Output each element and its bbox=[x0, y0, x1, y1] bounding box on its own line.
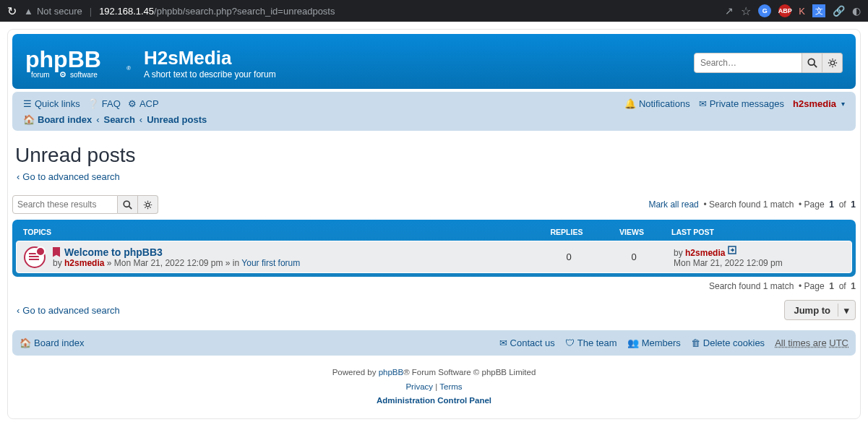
help-icon: ❔ bbox=[87, 98, 99, 109]
extension-abp-icon[interactable]: ABP bbox=[778, 4, 791, 17]
private-messages-link[interactable]: ✉Private messages bbox=[695, 96, 788, 111]
caret-down-icon: ▾ bbox=[841, 100, 845, 108]
terms-link[interactable]: Terms bbox=[439, 382, 462, 391]
topic-row[interactable]: Welcome to phpBB3 by h2smedia » Mon Mar … bbox=[16, 241, 852, 273]
topic-list: TOPICS REPLIES VIEWS LAST POST Welcome t… bbox=[12, 220, 856, 277]
url-path: /phpbb/search.php?search_id=unreadposts bbox=[154, 6, 335, 17]
page-current-bottom: 1 bbox=[829, 281, 834, 291]
phpbb-link[interactable]: phpBB bbox=[379, 368, 404, 377]
jump-to-button[interactable]: Jump to ▾ bbox=[784, 300, 856, 320]
extension-link-icon[interactable]: 🔗 bbox=[833, 5, 845, 17]
search-icon bbox=[123, 200, 132, 210]
members-link[interactable]: 👥Members bbox=[627, 337, 681, 348]
topic-replies: 0 bbox=[536, 251, 601, 262]
reload-icon[interactable]: ↻ bbox=[7, 4, 17, 18]
topic-list-header: TOPICS REPLIES VIEWS LAST POST bbox=[16, 223, 852, 241]
navbar: ☰Quick links ❔FAQ ⚙ACP 🔔Notifications ✉P… bbox=[12, 92, 856, 131]
pm-label: Private messages bbox=[710, 98, 784, 109]
col-header-topics: TOPICS bbox=[23, 228, 534, 236]
topic-unread-icon[interactable] bbox=[24, 246, 46, 268]
notifications-label: Notifications bbox=[639, 98, 690, 109]
topic-title-link[interactable]: Welcome to phpBB3 bbox=[64, 246, 163, 258]
page-of: of bbox=[839, 199, 846, 210]
user-menu[interactable]: h2smedia▾ bbox=[789, 96, 848, 111]
topic-forum-link[interactable]: Your first forum bbox=[241, 258, 300, 268]
svg-text:®: ® bbox=[126, 65, 131, 72]
advanced-search-button[interactable] bbox=[822, 53, 843, 73]
breadcrumb-sep: ‹ bbox=[96, 114, 99, 125]
last-author-link[interactable]: h2smedia bbox=[685, 248, 725, 258]
faq-link[interactable]: ❔FAQ bbox=[84, 96, 124, 111]
breadcrumb-board-index-label: Board index bbox=[38, 114, 92, 125]
delete-cookies-link[interactable]: 🗑Delete cookies bbox=[691, 337, 765, 348]
chevron-left-icon: ‹ bbox=[17, 171, 20, 182]
extension-translate-icon[interactable]: 文 bbox=[812, 4, 825, 17]
last-by-label: by bbox=[674, 248, 683, 258]
not-secure-label: Not secure bbox=[37, 6, 82, 17]
topic-author-link[interactable]: h2smedia bbox=[64, 258, 104, 268]
pagination-top: Mark all read • Search found 1 match • P… bbox=[648, 199, 856, 210]
site-name[interactable]: H2sMedia bbox=[144, 47, 276, 69]
page-total-bottom: 1 bbox=[851, 281, 856, 291]
svg-line-10 bbox=[129, 206, 132, 209]
search-button[interactable] bbox=[802, 53, 822, 73]
extension-k-icon[interactable]: K bbox=[799, 6, 805, 17]
gears-icon: ⚙ bbox=[128, 98, 137, 109]
acp-label: ACP bbox=[139, 98, 159, 109]
home-icon: 🏠 bbox=[23, 114, 35, 125]
url-display[interactable]: 192.168.1.45/phpbb/search.php?search_id=… bbox=[99, 6, 335, 17]
breadcrumb-unread[interactable]: Unread posts bbox=[147, 114, 207, 125]
team-label: The team bbox=[577, 337, 617, 348]
local-search-input[interactable] bbox=[12, 195, 118, 214]
col-header-replies: REPLIES bbox=[534, 228, 599, 236]
site-description: A short text to describe your forum bbox=[144, 69, 276, 79]
trash-icon: 🗑 bbox=[691, 337, 700, 348]
page-current: 1 bbox=[829, 199, 834, 210]
team-link[interactable]: 🛡The team bbox=[565, 337, 617, 348]
local-search-button[interactable] bbox=[118, 195, 138, 214]
advanced-search-link-bottom[interactable]: ‹ Go to advanced search bbox=[17, 305, 120, 316]
breadcrumb-search[interactable]: Search bbox=[103, 114, 134, 125]
extension-grammarly-icon[interactable]: G bbox=[758, 4, 771, 17]
acp-link[interactable]: ⚙ACP bbox=[124, 96, 163, 111]
caret-down-icon: ▾ bbox=[838, 304, 849, 317]
contact-us-link[interactable]: ✉Contact us bbox=[499, 337, 555, 348]
topic-views: 0 bbox=[601, 251, 666, 262]
search-input[interactable] bbox=[694, 53, 802, 73]
mark-all-read-link[interactable]: Mark all read bbox=[648, 199, 698, 210]
shield-icon: 🛡 bbox=[565, 337, 575, 348]
last-date: Mon Mar 21, 2022 12:09 pm bbox=[674, 258, 783, 268]
local-search-settings-button[interactable] bbox=[138, 195, 158, 214]
header-search bbox=[694, 53, 843, 73]
svg-text:forum: forum bbox=[31, 71, 50, 79]
site-branding: H2sMedia A short text to describe your f… bbox=[144, 47, 276, 79]
svg-point-4 bbox=[62, 74, 64, 75]
gear-icon bbox=[828, 58, 838, 68]
forum-header: phpBB forum software ® H2sMedia A short … bbox=[12, 34, 856, 89]
notifications-link[interactable]: 🔔Notifications bbox=[621, 96, 694, 111]
quick-links-menu[interactable]: ☰Quick links bbox=[20, 96, 84, 111]
copyright: Powered by phpBB® Forum Software © phpBB… bbox=[12, 356, 856, 411]
copyright-rest: ® Forum Software © phpBB Limited bbox=[403, 368, 536, 377]
by-label: by bbox=[53, 258, 62, 268]
svg-point-6 bbox=[808, 59, 815, 65]
breadcrumb-board-index[interactable]: 🏠Board index bbox=[23, 114, 92, 125]
jump-to-label: Jump to bbox=[794, 305, 830, 316]
gear-icon bbox=[143, 200, 152, 210]
advanced-search-link-top[interactable]: ‹ Go to advanced search bbox=[17, 171, 120, 182]
share-icon[interactable]: ↗ bbox=[725, 5, 734, 17]
extension-circle-icon[interactable]: ◐ bbox=[852, 5, 861, 17]
acp-footer-link[interactable]: Administration Control Panel bbox=[377, 396, 491, 405]
bookmark-star-icon[interactable]: ☆ bbox=[741, 4, 751, 18]
hamburger-icon: ☰ bbox=[23, 98, 32, 109]
page-word: Page bbox=[804, 199, 825, 210]
username-label: h2smedia bbox=[793, 98, 836, 109]
new-post-icon[interactable] bbox=[53, 247, 60, 257]
footer-board-index-link[interactable]: 🏠Board index bbox=[20, 337, 84, 348]
breadcrumb-sep: ‹ bbox=[139, 114, 142, 125]
chevron-left-icon: ‹ bbox=[17, 305, 20, 316]
privacy-link[interactable]: Privacy bbox=[405, 382, 433, 391]
goto-last-post-icon[interactable] bbox=[728, 246, 738, 256]
not-secure-badge[interactable]: ▲ Not secure bbox=[24, 6, 82, 17]
phpbb-logo[interactable]: phpBB forum software ® bbox=[25, 44, 134, 82]
